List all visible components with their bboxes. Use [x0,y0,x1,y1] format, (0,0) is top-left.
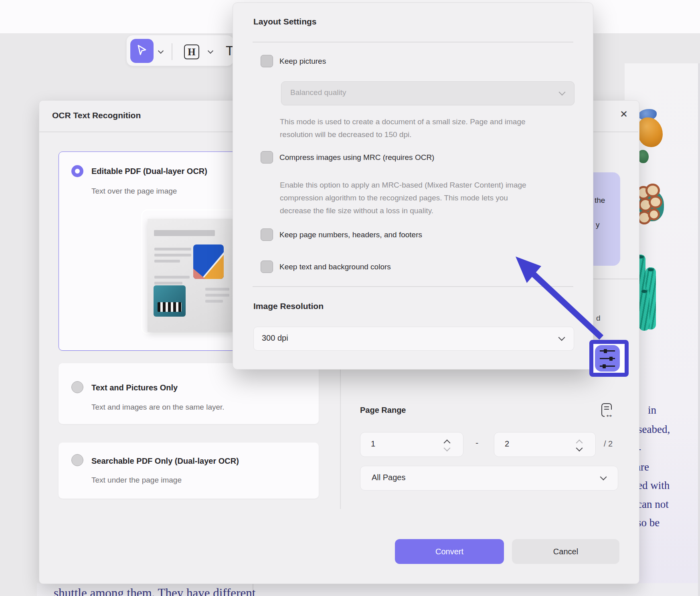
thumb-photo-keys [154,285,186,317]
coral-tube [639,289,649,331]
piano-keys [158,302,182,312]
doc-fragment: can not [637,498,669,511]
page-range-icon[interactable]: ↔ [601,403,617,422]
thumb-headline-bar [154,230,215,236]
coral-disc [649,196,662,208]
radio-editable-pdf[interactable] [71,165,83,177]
coral-disc [648,208,660,220]
resolution-value: 300 dpi [262,333,288,343]
option-card-searchable-pdf[interactable] [59,442,319,499]
chevron-down-icon [559,89,566,96]
sliders-icon [600,366,615,367]
keep-text-colors-checkbox[interactable] [261,261,273,273]
quality-value: Balanced quality [290,88,346,97]
page-scope-value: All Pages [372,473,406,482]
option-subtitle: Text over the page image [91,187,177,196]
sliders-icon [600,358,615,359]
spin-down-icon[interactable] [444,445,451,452]
mrc-description: Enable this option to apply an MRC-based… [280,179,528,217]
toolbar-divider [172,43,172,60]
option-title: Text and Pictures Only [91,383,178,392]
compress-mrc-label: Compress images using MRC (requires OCR) [279,153,434,162]
radio-text-pictures[interactable] [71,381,83,393]
close-icon: ✕ [620,109,628,120]
radio-searchable-pdf[interactable] [71,454,83,466]
heading-tool-button[interactable]: H [184,44,199,59]
text-tool-button-clipped[interactable]: T [225,43,233,60]
option-title: Searchable PDF Only (Dual-layer OCR) [91,457,239,466]
layout-settings-title: Layout Settings [253,17,317,26]
page-to-value[interactable]: 2 [505,439,509,449]
doc-bottom-text: shuttle among them. They have different [54,586,255,596]
layout-header-divider [253,42,573,42]
convert-button[interactable]: Convert [395,539,504,564]
compress-mrc-checkbox[interactable] [261,151,273,164]
thumb-text-line [205,288,229,291]
keep-page-numbers-label: Keep page numbers, headers, and footers [279,230,422,239]
image-resolution-label: Image Resolution [253,301,324,311]
page-icon-line [604,406,609,407]
text-tool-icon: T [226,43,233,59]
page-range-label: Page Range [360,406,406,415]
coral-disc [645,184,660,197]
thumb-text-line [205,294,229,297]
clipped-text: the [595,196,605,205]
sliders-icon [600,350,615,352]
spin-down-icon[interactable] [576,445,583,452]
annotation-arrow [510,252,606,343]
doc-fragment: ed with [637,479,670,492]
disc-coral-image [637,184,667,228]
cursor-icon [135,44,149,58]
heading-icon: H [188,46,195,58]
doc-fragment: so be [637,517,660,529]
thumb-photo-building [193,244,224,279]
option-title: Editable PDF (Dual-layer OCR) [91,167,207,176]
range-dash: - [475,438,478,448]
thumb-text-line [154,254,191,257]
page-thumbnail [148,219,234,332]
option-card-text-pictures[interactable] [59,363,319,424]
doc-fragment: seabed, [638,423,670,436]
keep-pictures-checkbox[interactable] [261,55,273,67]
option-subtitle: Text and images are on the same layer. [91,403,225,412]
thumb-text-line [154,282,182,285]
range-arrows-icon: ↔ [605,410,614,419]
keep-pictures-label: Keep pictures [279,57,326,66]
close-button[interactable]: ✕ [616,107,631,122]
page-total: / 2 [604,439,613,449]
thumb-text-line [154,248,191,251]
ocr-dialog-title: OCR Text Recognition [52,111,141,120]
page-scope-dropdown[interactable]: All Pages [360,466,618,491]
select-tool-button[interactable] [130,39,154,63]
app-window: in seabed, - are ed with can not so be s… [0,0,700,596]
page-from-value[interactable]: 1 [371,439,375,449]
thumb-text-line [205,300,223,303]
option-subtitle: Text under the page image [91,476,182,485]
quality-description: This mode is used to create a document o… [280,115,528,141]
page-to-spinner[interactable]: 2 [494,432,596,457]
cancel-button[interactable]: Cancel [512,539,619,564]
chevron-down-icon [600,474,607,481]
scrollbar-track[interactable] [698,63,700,596]
coral-stem-image [638,150,649,163]
doc-fragment: in [648,404,656,416]
quality-dropdown[interactable]: Balanced quality [281,81,575,105]
keep-page-numbers-checkbox[interactable] [261,228,273,241]
keep-text-colors-label: Keep text and background colors [279,263,391,271]
clipped-text: y [596,220,600,229]
thumb-text-line [154,260,180,263]
page-from-spinner[interactable]: 1 [360,432,463,457]
thumb-text-line [154,276,190,279]
